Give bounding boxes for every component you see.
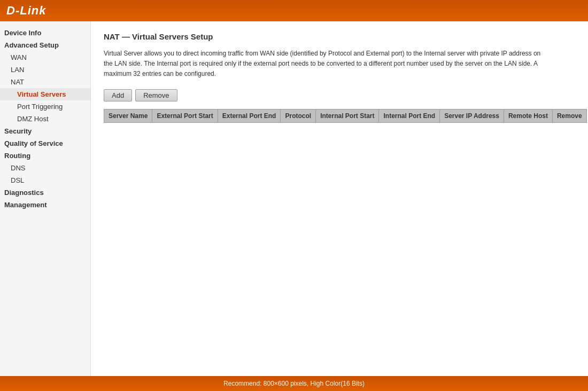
table-header-1: External Port Start bbox=[152, 109, 218, 122]
table-header-8: Remove bbox=[552, 109, 586, 122]
sidebar-item-diagnostics[interactable]: Diagnostics bbox=[0, 186, 90, 199]
sidebar-item-dsl[interactable]: DSL bbox=[0, 174, 90, 186]
table-header-row: Server NameExternal Port StartExternal P… bbox=[104, 109, 587, 122]
main-layout: Device InfoAdvanced SetupWANLANNATVirtua… bbox=[0, 21, 588, 376]
table-header-3: Protocol bbox=[281, 109, 316, 122]
table-header-6: Server IP Address bbox=[440, 109, 504, 122]
table-header-2: External Port End bbox=[218, 109, 281, 122]
page-title: NAT — Virtual Servers Setup bbox=[104, 32, 575, 41]
header: D-Link bbox=[0, 0, 588, 21]
footer-text: Recommend: 800×600 pixels, High Color(16… bbox=[223, 380, 365, 387]
logo: D-Link bbox=[6, 4, 46, 18]
table-header-7: Remote Host bbox=[504, 109, 552, 122]
table-header-5: Internal Port End bbox=[379, 109, 440, 122]
sidebar-item-device-info[interactable]: Device Info bbox=[0, 27, 90, 39]
footer: Recommend: 800×600 pixels, High Color(16… bbox=[0, 376, 588, 391]
sidebar-item-routing[interactable]: Routing bbox=[0, 150, 90, 162]
description-text: Virtual Server allows you to direct inco… bbox=[104, 49, 542, 80]
table-header-0: Server Name bbox=[104, 109, 152, 122]
content-area: NAT — Virtual Servers Setup Virtual Serv… bbox=[91, 21, 588, 376]
sidebar-item-quality-of-service[interactable]: Quality of Service bbox=[0, 137, 90, 150]
sidebar: Device InfoAdvanced SetupWANLANNATVirtua… bbox=[0, 21, 91, 376]
sidebar-item-nat[interactable]: NAT bbox=[0, 76, 90, 88]
virtual-servers-table: Server NameExternal Port StartExternal P… bbox=[104, 109, 587, 123]
remove-button[interactable]: Remove bbox=[135, 89, 177, 101]
sidebar-item-wan[interactable]: WAN bbox=[0, 51, 90, 64]
sidebar-item-dmz-host[interactable]: DMZ Host bbox=[0, 113, 90, 125]
sidebar-item-virtual-servers[interactable]: Virtual Servers bbox=[0, 88, 90, 100]
sidebar-item-management[interactable]: Management bbox=[0, 199, 90, 211]
add-button[interactable]: Add bbox=[104, 89, 132, 101]
sidebar-item-lan[interactable]: LAN bbox=[0, 64, 90, 76]
sidebar-item-port-triggering[interactable]: Port Triggering bbox=[0, 100, 90, 113]
button-bar: Add Remove bbox=[104, 89, 575, 101]
table-header-4: Internal Port Start bbox=[316, 109, 379, 122]
sidebar-item-advanced-setup[interactable]: Advanced Setup bbox=[0, 39, 90, 51]
sidebar-item-security[interactable]: Security bbox=[0, 125, 90, 137]
sidebar-item-dns[interactable]: DNS bbox=[0, 162, 90, 174]
